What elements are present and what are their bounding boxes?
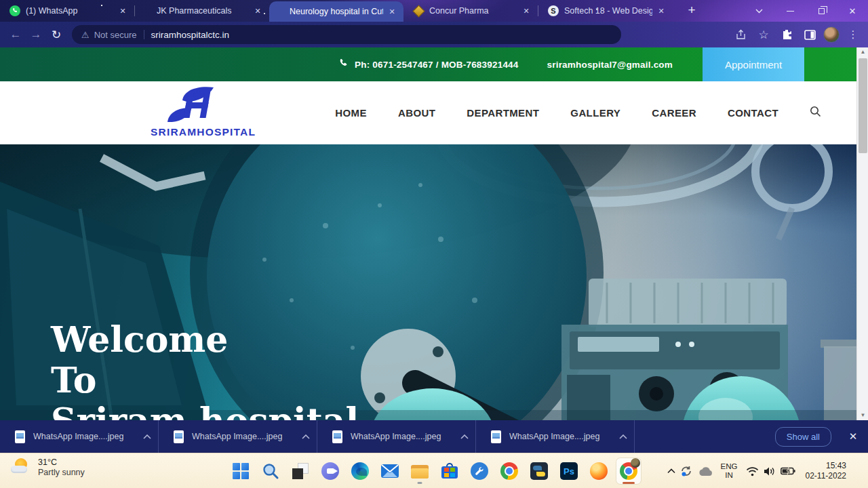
tab-whatsapp[interactable]: (1) WhatsApp ✕ [0,0,134,22]
taskbar-search-button[interactable] [258,458,283,484]
start-button[interactable] [229,458,253,484]
teams-chat-button[interactable] [318,458,342,484]
close-downloads-bar-icon[interactable]: ✕ [844,430,863,443]
python-icon [530,462,548,480]
mail-button[interactable] [378,458,402,484]
language-indicator[interactable]: ENG IN [721,462,738,480]
browser-menu-icon[interactable]: ⋮ [844,25,863,44]
onedrive-cloud-icon[interactable] [698,466,713,476]
chat-camera-icon [321,462,339,480]
chrome-running-indicator [623,482,635,484]
tab-close-icon[interactable]: ✕ [386,5,398,18]
tab-jk-pharmaceuticals[interactable]: JK Pharmaceuticals ✕ [135,0,269,22]
extensions-puzzle-icon[interactable] [777,25,796,44]
tray-chevron-up-icon[interactable] [667,468,675,474]
nav-about[interactable]: ABOUT [398,107,435,119]
download-menu-chevron-icon[interactable] [460,434,469,439]
download-menu-chevron-icon[interactable] [302,434,310,439]
security-label[interactable]: Not secure [94,30,137,40]
chrome-active-button[interactable] [616,458,641,484]
profile-avatar[interactable] [823,26,840,43]
tab-softech[interactable]: S Softech 18 - Web Design ✕ [538,0,673,22]
contact-phone-text: Ph: 0671-2547467 / MOB-7683921444 [355,60,519,70]
download-menu-chevron-icon[interactable] [619,434,627,439]
download-menu-chevron-icon[interactable] [143,434,151,439]
tab-search-chevron-icon[interactable] [743,0,774,22]
search-icon[interactable] [810,106,821,120]
taskbar-clock[interactable]: 15:43 02-11-2022 [806,461,847,481]
chrome-button[interactable] [497,458,521,484]
tray-time: 15:43 [806,461,847,471]
browser-tab-strip: (1) WhatsApp ✕ JK Pharmaceuticals ✕ Neur… [0,0,868,22]
reload-icon[interactable]: ↻ [46,24,66,45]
site-logo[interactable]: SRIRAMHOSPITAL [151,85,239,138]
nav-gallery[interactable]: GALLERY [570,107,620,119]
firefox-button[interactable] [587,458,611,484]
downloads-bar: WhatsApp Image....jpeg WhatsApp Image...… [0,420,868,453]
nav-department[interactable]: DEPARTMENT [467,107,539,119]
bookmark-star-icon[interactable]: ☆ [754,25,773,44]
taskbar-weather-widget[interactable]: 31°C Partly sunny [11,458,85,478]
wifi-icon[interactable] [746,466,759,476]
scrollbar-thumb[interactable] [859,58,867,153]
page-scrollbar[interactable]: ▲ ▼ [856,47,868,420]
task-view-button[interactable] [288,458,313,484]
explorer-running-indicator [418,482,422,484]
microsoft-store-button[interactable] [437,458,462,484]
profile-badge-icon [631,458,640,468]
restore-button[interactable] [806,0,837,22]
edge-button[interactable] [348,458,372,484]
address-bar[interactable]: ⚠ Not secure sriramhospitalctc.in [72,25,621,44]
download-filename: WhatsApp Image....jpeg [33,432,143,441]
close-window-button[interactable]: ✕ [837,0,868,22]
download-filename: WhatsApp Image....jpeg [192,432,302,441]
download-item[interactable]: WhatsApp Image....jpeg [0,420,158,453]
scroll-up-icon[interactable]: ▲ [857,47,868,57]
new-tab-button[interactable]: + [682,1,701,20]
show-all-downloads-button[interactable]: Show all [775,427,831,447]
edge-icon [351,462,369,480]
contact-email-text[interactable]: sriramhospital7@gmail.com [547,60,673,70]
softech-tool-button[interactable] [467,458,492,484]
hospital-logo-mark-icon [157,85,233,125]
python-idle-button[interactable] [527,458,551,484]
file-explorer-button[interactable] [408,458,432,484]
nav-contact[interactable]: CONTACT [728,107,778,119]
forward-icon[interactable]: → [26,24,46,45]
image-file-icon [491,430,501,443]
tab-neurology-hospital-active[interactable]: Neurology hospital in Cut ✕ [269,1,403,22]
softech-favicon-icon: S [548,5,559,16]
omnibox-divider [144,30,144,39]
volume-icon[interactable] [764,466,776,476]
scroll-down-icon[interactable]: ▼ [857,411,868,420]
tab-close-icon[interactable]: ✕ [252,5,264,17]
tab-label: (1) WhatsApp [26,6,114,16]
download-item[interactable]: WhatsApp Image....jpeg [159,420,317,453]
system-tray: ENG IN 15:43 02-11-2022 [667,453,868,488]
phone-icon [338,58,349,71]
download-item[interactable]: WhatsApp Image....jpeg [476,420,634,453]
tab-close-icon[interactable]: ✕ [520,5,532,17]
tab-label: JK Pharmaceuticals [157,6,249,16]
download-item[interactable]: WhatsApp Image....jpeg [317,420,475,453]
side-panel-icon[interactable] [800,25,819,44]
tab-label: Concur Pharma [429,6,517,16]
sync-icon[interactable] [680,466,693,476]
tab-close-icon[interactable]: ✕ [655,5,667,17]
download-filename: WhatsApp Image....jpeg [351,432,460,441]
tab-concur-pharma[interactable]: Concur Pharma ✕ [403,0,538,22]
main-navigation: HOME ABOUT DEPARTMENT GALLERY CAREER CON… [335,106,821,120]
store-bag-icon [441,463,458,479]
photoshop-button[interactable]: Ps [557,458,581,484]
nav-home[interactable]: HOME [335,107,367,119]
tab-label: Neurology hospital in Cut [290,7,383,16]
nav-career[interactable]: CAREER [652,107,696,119]
battery-charging-icon[interactable] [781,467,795,475]
tab-close-icon[interactable]: ✕ [117,5,129,17]
back-icon[interactable]: ← [5,24,26,45]
site-header: SRIRAMHOSPITAL HOME ABOUT DEPARTMENT GAL… [0,81,856,144]
appointment-button[interactable]: Appointment [703,47,804,81]
minimize-button[interactable] [774,0,806,22]
url-text[interactable]: sriramhospitalctc.in [151,30,230,40]
share-icon[interactable] [731,25,750,44]
